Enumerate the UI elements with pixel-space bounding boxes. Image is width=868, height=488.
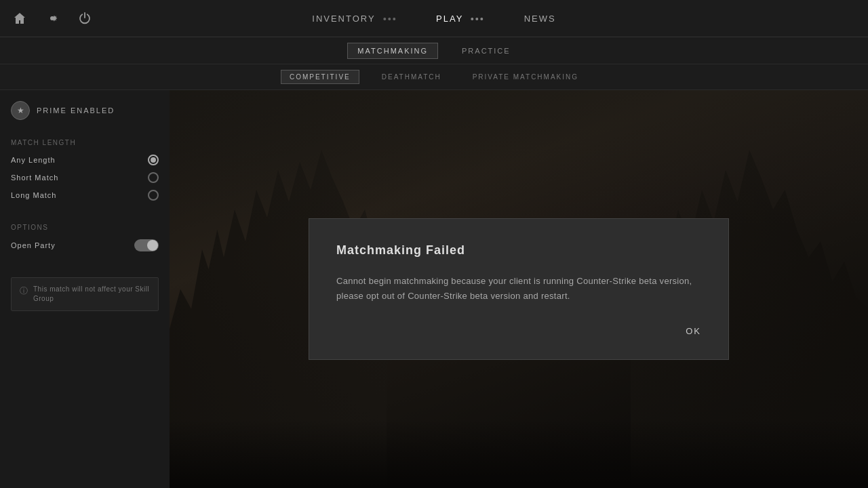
radio-short-match[interactable]: Short Match [11,172,159,183]
prime-icon: ★ [11,101,30,120]
sub-nav2-deathmatch[interactable]: DEATHMATCH [373,70,450,84]
nav-inventory[interactable]: INVENTORY [312,10,395,27]
open-party-toggle[interactable]: Open Party [11,239,159,251]
options-label: Options [11,224,159,231]
any-length-radio[interactable] [148,155,159,165]
sub-nav-matchmaking: MATCHMAKING PRACTICE [0,37,868,64]
prime-label: PRIME ENABLED [37,106,115,115]
nav-play[interactable]: PLAY [436,10,484,27]
sub-nav2-competitive[interactable]: COMPETITIVE [281,70,359,84]
dialog-ok-button[interactable]: OK [686,323,701,339]
sidebar: ★ PRIME ENABLED Match Length Any Length … [0,90,170,488]
sub-nav-practice-item[interactable]: PRACTICE [452,43,521,59]
top-nav: INVENTORY PLAY NEWS [312,10,555,27]
power-icon[interactable] [75,9,94,28]
dialog-title: Matchmaking Failed [336,243,701,258]
match-length-label: Match Length [11,139,159,146]
sub-nav2-private-matchmaking[interactable]: PRIVATE MATCHMAKING [464,70,587,84]
long-match-radio[interactable] [148,190,159,201]
radio-any-length[interactable]: Any Length [11,155,159,165]
toggle-switch[interactable] [134,239,159,251]
nav-news[interactable]: NEWS [524,10,556,27]
open-party-label: Open Party [11,241,56,249]
map-area: Matchmaking Failed Cannot begin matchmak… [170,90,868,488]
dialog-body: Cannot begin matchmaking because your cl… [336,274,701,303]
home-icon[interactable] [10,9,29,28]
radio-long-match[interactable]: Long Match [11,190,159,201]
prime-badge: ★ PRIME ENABLED [11,101,159,120]
info-icon: ⓘ [20,285,28,297]
matchmaking-failed-dialog: Matchmaking Failed Cannot begin matchmak… [309,218,729,360]
dialog-footer: OK [336,323,701,339]
short-match-radio[interactable] [148,172,159,183]
sub-nav2: COMPETITIVE DEATHMATCH PRIVATE MATCHMAKI… [0,64,868,90]
sub-nav-matchmaking-item[interactable]: MATCHMAKING [347,43,438,59]
top-bar: INVENTORY PLAY NEWS [0,0,868,37]
settings-icon[interactable] [43,9,62,28]
toggle-knob [147,240,158,251]
short-match-label: Short Match [11,174,58,182]
options-section: Options Open Party [11,221,159,258]
dialog-overlay: Matchmaking Failed Cannot begin matchmak… [170,90,868,488]
any-length-label: Any Length [11,156,56,164]
long-match-label: Long Match [11,191,56,199]
info-text: This match will not affect your Skill Gr… [33,285,150,304]
info-box: ⓘ This match will not affect your Skill … [11,277,159,311]
main-content: ★ PRIME ENABLED Match Length Any Length … [0,90,868,488]
top-bar-icons [0,9,94,28]
